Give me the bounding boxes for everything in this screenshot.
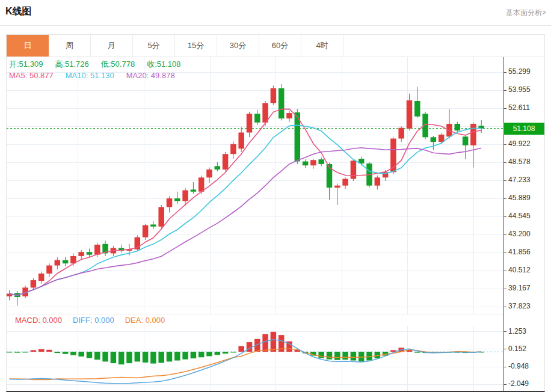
- ohlc-close: 收:51.108: [147, 60, 180, 69]
- last-price-tag: 51.108: [503, 123, 544, 135]
- ma-legend: MA5: 50.877MA10: 51.130MA20: 49.878: [9, 71, 187, 80]
- ma-legend-ma20: MA20: 49.878: [126, 71, 175, 80]
- kline-panel: 日周月5分15分30分60分4时 开:51.309高:51.726低:50.77…: [6, 34, 545, 392]
- price-axis-label: 37.823: [508, 302, 543, 310]
- tab-4时[interactable]: 4时: [301, 35, 343, 57]
- price-axis-label: 52.611: [508, 103, 543, 112]
- tab-月[interactable]: 月: [91, 35, 133, 57]
- price-axis-label: 40.512: [508, 266, 543, 274]
- macd-axis-label: 1.253: [508, 327, 543, 335]
- tab-15分[interactable]: 15分: [175, 35, 217, 57]
- chart-area: 开:51.309高:51.726低:50.778收:51.108 MA5: 50…: [7, 57, 544, 391]
- price-axis-label: 44.545: [508, 212, 543, 220]
- price-axis-line: [503, 57, 504, 391]
- tab-日[interactable]: 日: [7, 35, 49, 57]
- ma-legend-ma10: MA10: 51.130: [66, 71, 114, 80]
- ma-legend-ma5: MA5: 50.877: [9, 71, 54, 80]
- macd-legend-diff: DIFF: 0.000: [73, 316, 114, 325]
- ohlc-high: 高:51.726: [55, 60, 88, 69]
- tab-60分[interactable]: 60分: [259, 35, 301, 57]
- tab-5分[interactable]: 5分: [133, 35, 175, 57]
- macd-legend-macd: MACD: 0.000: [15, 316, 62, 325]
- price-axis-label: 48.578: [508, 158, 543, 166]
- price-axis-label: 43.200: [508, 230, 543, 238]
- page-title: K线图: [5, 5, 32, 18]
- ohlc-legend: 开:51.309高:51.726低:50.778收:51.108: [9, 59, 193, 70]
- price-axis-label: 53.955: [508, 85, 543, 94]
- tab-30分[interactable]: 30分: [217, 35, 259, 57]
- macd-axis-label: -2.049: [508, 379, 543, 388]
- macd-legend: MACD: 0.000DIFF: 0.000DEA: 0.000: [7, 314, 503, 326]
- macd-chart[interactable]: [7, 326, 544, 391]
- tab-周[interactable]: 周: [49, 35, 91, 57]
- candlestick-chart[interactable]: [7, 57, 544, 314]
- ohlc-open: 开:51.309: [9, 60, 43, 69]
- price-axis-label: 45.889: [508, 194, 543, 202]
- fundamental-analysis-link[interactable]: 基本面分析>: [506, 8, 546, 18]
- price-axis-label: 49.922: [508, 139, 543, 148]
- price-axis-label: 39.167: [508, 284, 543, 292]
- price-axis-label: 55.299: [508, 67, 543, 76]
- page-header: K线图 基本面分析>: [0, 0, 551, 26]
- price-axis-label: 47.233: [508, 176, 543, 184]
- ohlc-low: 低:50.778: [101, 60, 135, 69]
- timeframe-tabs: 日周月5分15分30分60分4时: [7, 35, 544, 57]
- macd-legend-dea: DEA: 0.000: [125, 316, 165, 325]
- price-axis-label: 41.856: [508, 248, 543, 256]
- macd-axis-label: 0.152: [508, 345, 543, 353]
- macd-axis-label: -0.948: [508, 362, 543, 370]
